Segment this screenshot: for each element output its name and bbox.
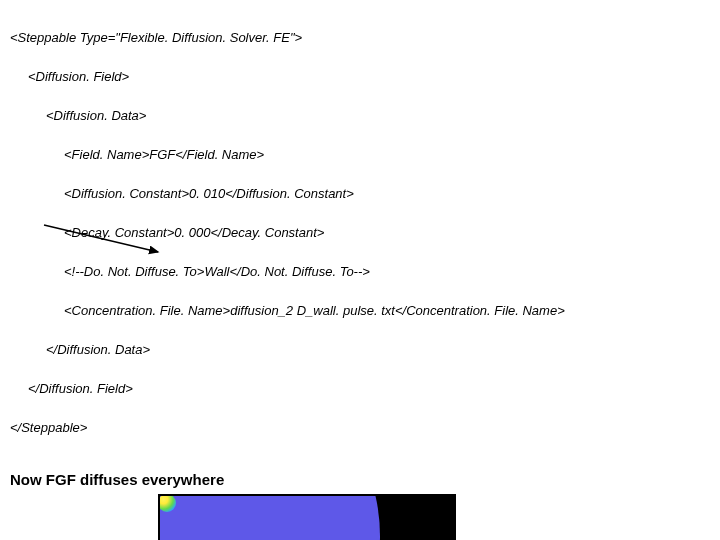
xml-line: </Diffusion. Data>: [10, 340, 710, 360]
xml-line: <Decay. Constant>0. 000</Decay. Constant…: [10, 223, 710, 243]
xml-line: </Diffusion. Field>: [10, 379, 710, 399]
xml-line: <Diffusion. Constant>0. 010</Diffusion. …: [10, 184, 710, 204]
xml-line: <!--Do. Not. Diffuse. To>Wall</Do. Not. …: [10, 262, 710, 282]
simulation-viewport: [158, 494, 456, 541]
xml-config-block: <Steppable Type="Flexible. Diffusion. So…: [10, 8, 710, 457]
fgf-source: [158, 494, 176, 512]
xml-line: </Steppable>: [10, 418, 710, 438]
diffusion-region: [158, 494, 380, 541]
xml-line: <Diffusion. Field>: [10, 67, 710, 87]
xml-line: <Concentration. File. Name>diffusion_2 D…: [10, 301, 710, 321]
xml-line: <Diffusion. Data>: [10, 106, 710, 126]
xml-line: <Steppable Type="Flexible. Diffusion. So…: [10, 28, 710, 48]
slide-caption: Now FGF diffuses everywhere: [10, 471, 710, 488]
simulation-figure: [158, 494, 460, 541]
xml-line: <Field. Name>FGF</Field. Name>: [10, 145, 710, 165]
